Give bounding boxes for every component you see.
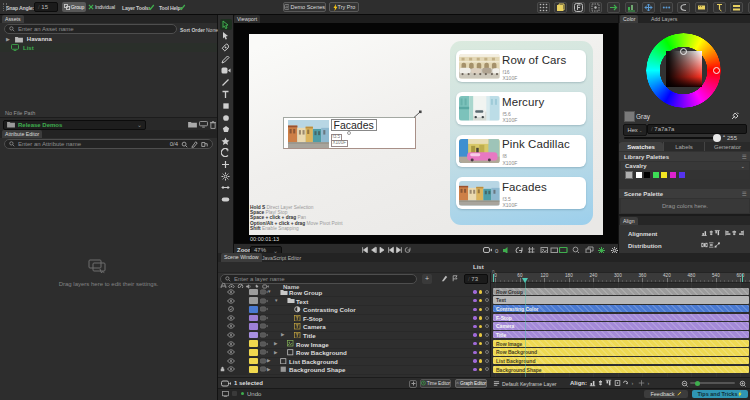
svg-text:›: › bbox=[648, 380, 650, 386]
svg-text:›: › bbox=[632, 380, 634, 386]
